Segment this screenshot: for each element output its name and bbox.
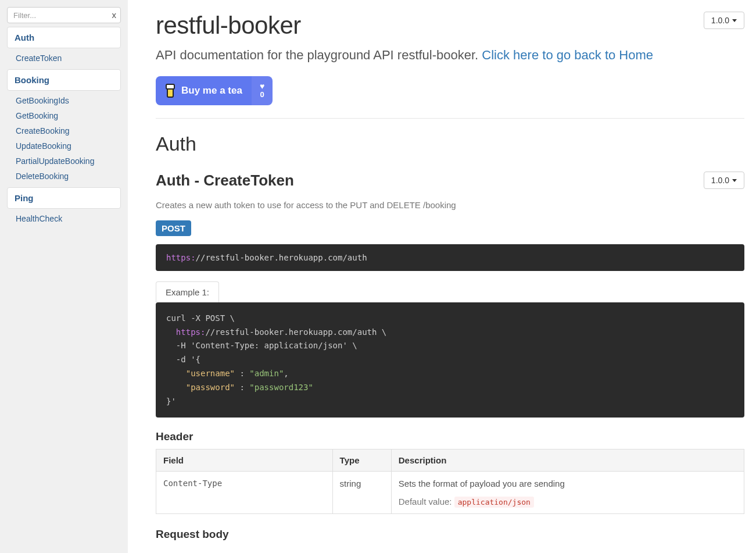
sidebar: x Auth CreateToken Booking GetBookingIds…	[0, 0, 128, 553]
curl-line: -H 'Content-Type: application/json' \	[166, 341, 357, 350]
table-header-row: Field Type Description	[156, 449, 744, 472]
bmt-left: Buy me a tea	[156, 76, 252, 105]
sidebar-item-createtoken[interactable]: CreateToken	[7, 51, 121, 66]
endpoint-version-label: 1.0.0	[711, 176, 729, 185]
section-title-auth: Auth	[156, 133, 744, 155]
sidebar-group-auth: Auth CreateToken	[7, 27, 121, 66]
url-rest: //restful-booker.herokuapp.com/auth	[196, 253, 367, 262]
sidebar-heading-booking[interactable]: Booking	[7, 69, 121, 91]
heart-icon: ♥	[260, 82, 264, 90]
header-table: Field Type Description Content-Type stri…	[156, 449, 744, 514]
sidebar-item-healthcheck[interactable]: HealthCheck	[7, 211, 121, 226]
version-dropdown-top[interactable]: 1.0.0	[704, 12, 744, 29]
cell-type: string	[332, 472, 391, 514]
caret-down-icon	[732, 19, 737, 22]
curl-line: //restful-booker.herokuapp.com/auth \	[205, 327, 386, 337]
url-block: https://restful-booker.herokuapp.com/aut…	[156, 244, 744, 271]
subtitle-text: API documentation for the playground API…	[156, 48, 482, 62]
col-description: Description	[391, 449, 744, 472]
caret-down-icon	[732, 179, 737, 182]
sidebar-item-updatebooking[interactable]: UpdateBooking	[7, 138, 121, 154]
filter-input[interactable]	[7, 7, 121, 23]
bmt-label: Buy me a tea	[181, 85, 242, 97]
desc-text: Sets the format of payload you are sendi…	[399, 479, 565, 488]
method-badge-post: POST	[156, 220, 191, 236]
endpoint-description: Creates a new auth token to use for acce…	[156, 200, 744, 210]
filter-wrap: x	[7, 7, 121, 23]
bmt-count: 0	[260, 90, 264, 99]
request-body-title: Request body	[156, 528, 744, 541]
curl-line: }'	[166, 397, 176, 406]
col-type: Type	[332, 449, 391, 472]
sidebar-item-getbookingids[interactable]: GetBookingIds	[7, 93, 121, 108]
example-tabs: Example 1:	[156, 281, 744, 302]
col-field: Field	[156, 449, 333, 472]
header-section-title: Header	[156, 430, 744, 443]
default-label: Default value:	[399, 497, 454, 506]
cell-desc: Sets the format of payload you are sendi…	[391, 472, 744, 514]
curl-key: "username"	[186, 369, 235, 378]
table-row: Content-Type string Sets the format of p…	[156, 472, 744, 514]
sidebar-group-ping: Ping HealthCheck	[7, 187, 121, 226]
curl-line: curl -X POST \	[166, 313, 235, 323]
bmt-right: ♥ 0	[252, 76, 273, 105]
curl-key: "password"	[186, 383, 235, 392]
curl-val: "admin"	[249, 369, 284, 378]
sidebar-item-createbooking[interactable]: CreateBooking	[7, 123, 121, 138]
buy-me-tea-badge[interactable]: Buy me a tea ♥ 0	[156, 76, 273, 105]
sidebar-item-getbooking[interactable]: GetBooking	[7, 108, 121, 123]
cell-field: Content-Type	[156, 472, 333, 514]
curl-val: "password123"	[249, 383, 313, 392]
home-link[interactable]: Click here to go back to Home	[482, 48, 653, 62]
version-label: 1.0.0	[711, 16, 729, 25]
page-title: restful-booker	[156, 12, 301, 40]
sidebar-item-deletebooking[interactable]: DeleteBooking	[7, 169, 121, 184]
tab-example-1[interactable]: Example 1:	[156, 281, 219, 302]
endpoint-title: Auth - CreateToken	[156, 172, 294, 190]
cup-icon	[165, 84, 175, 98]
url-scheme: https:	[166, 253, 196, 262]
divider	[156, 118, 744, 119]
curl-scheme: https:	[176, 327, 206, 337]
curl-line: -d '{	[166, 355, 200, 364]
sidebar-heading-auth[interactable]: Auth	[7, 27, 121, 48]
subtitle: API documentation for the playground API…	[156, 47, 744, 65]
default-value: application/json	[454, 497, 534, 508]
filter-clear-icon[interactable]: x	[112, 7, 117, 23]
version-dropdown-endpoint[interactable]: 1.0.0	[704, 172, 744, 189]
curl-example: curl -X POST \ https://restful-booker.he…	[156, 302, 744, 418]
sidebar-heading-ping[interactable]: Ping	[7, 187, 121, 209]
sidebar-item-partialupdatebooking[interactable]: PartialUpdateBooking	[7, 154, 121, 169]
default-line: Default value: application/json	[399, 497, 737, 506]
sidebar-group-booking: Booking GetBookingIds GetBooking CreateB…	[7, 69, 121, 184]
content: restful-booker 1.0.0 API documentation f…	[128, 0, 756, 553]
